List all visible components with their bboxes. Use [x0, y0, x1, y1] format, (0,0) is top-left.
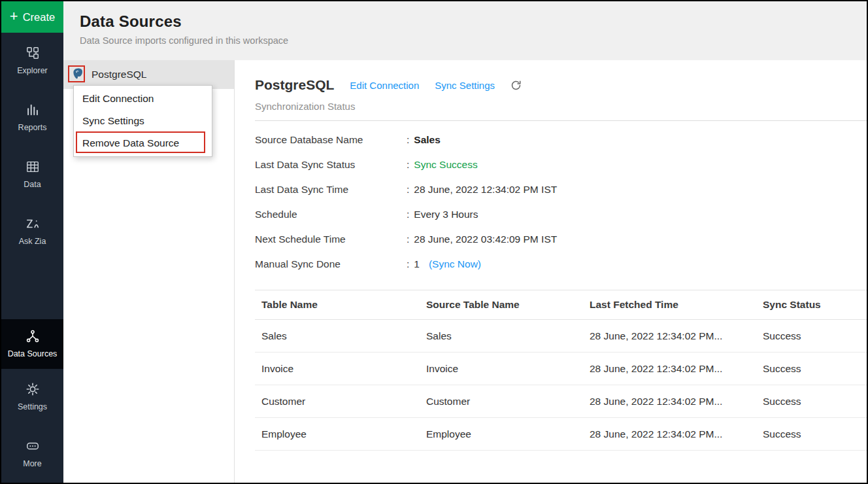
source-detail-header: PostgreSQL Edit Connection Sync Settings [255, 77, 867, 94]
more-icon [25, 439, 41, 453]
sidebar-item-label: Data [21, 179, 43, 190]
table-row: Employee Employee 28 June, 2022 12:34:02… [255, 418, 867, 451]
sync-details: Source Database Name : Sales Last Data S… [255, 128, 867, 277]
edit-connection-link[interactable]: Edit Connection [350, 80, 419, 91]
sidebar-item-reports[interactable]: Reports [1, 90, 63, 147]
page-subtitle: Data Source imports configured in this w… [80, 35, 867, 46]
sidebar-item-label: Settings [15, 402, 50, 412]
detail-colon: : [407, 134, 409, 146]
table-header-row: Table Name Source Table Name Last Fetche… [255, 290, 867, 320]
page-header: Data Sources Data Source imports configu… [63, 1, 867, 60]
detail-row-schedule: Schedule : Every 3 Hours [255, 202, 867, 227]
sidebar-item-label: Reports [16, 122, 50, 133]
sidebar-item-explorer[interactable]: Explorer [1, 33, 63, 90]
cell-source-table-name: Employee [420, 418, 583, 451]
column-header-table-name: Table Name [255, 290, 420, 320]
ask-zia-icon [24, 216, 41, 231]
detail-row-manual-sync-done: Manual Sync Done : 1 (Sync Now) [255, 252, 867, 277]
cell-sync-status: Success [756, 353, 867, 385]
detail-row-last-sync-time: Last Data Sync Time : 28 June, 2022 12:3… [255, 177, 867, 202]
detail-value: Sales [414, 134, 441, 146]
cell-last-fetched-time: 28 June, 2022 12:34:02 PM... [583, 353, 756, 385]
detail-value: Every 3 Hours [414, 209, 478, 220]
menu-item-sync-settings[interactable]: Sync Settings [74, 110, 212, 132]
detail-label: Next Schedule Time [255, 233, 407, 245]
detail-label: Manual Sync Done [255, 258, 407, 270]
detail-value: 28 June, 2022 12:34:02 PM IST [414, 184, 557, 196]
detail-label: Source Database Name [255, 134, 407, 146]
table-row: Invoice Invoice 28 June, 2022 12:34:02 P… [255, 353, 867, 385]
app-window: + Create Explorer Reports [0, 0, 868, 484]
gear-icon [25, 382, 40, 396]
sidebar-item-label: Explorer [14, 65, 50, 76]
cell-source-table-name: Sales [420, 320, 583, 353]
refresh-icon[interactable] [510, 80, 522, 91]
cell-table-name: Sales [255, 320, 420, 353]
detail-colon: : [407, 233, 409, 245]
detail-value: 1 [414, 258, 420, 270]
page-title: Data Sources [80, 12, 867, 31]
cell-last-fetched-time: 28 June, 2022 12:34:02 PM... [583, 418, 756, 451]
sidebar-spacer [1, 260, 63, 319]
sync-now-link[interactable]: (Sync Now) [429, 258, 481, 270]
cell-last-fetched-time: 28 June, 2022 12:34:02 PM... [583, 320, 756, 353]
postgresql-icon [72, 67, 84, 82]
data-table-icon [25, 160, 40, 174]
source-detail-panel: PostgreSQL Edit Connection Sync Settings… [235, 60, 867, 483]
sidebar-item-ask-zia[interactable]: Ask Zia [1, 203, 63, 260]
cell-sync-status: Success [756, 385, 867, 418]
menu-item-remove-data-source[interactable]: Remove Data Source [74, 132, 212, 154]
plus-icon: + [10, 9, 18, 24]
detail-row-next-schedule-time: Next Schedule Time : 28 June, 2022 03:42… [255, 227, 867, 252]
source-list-item-label: PostgreSQL [92, 69, 146, 80]
sidebar-item-data-sources[interactable]: Data Sources [1, 319, 63, 369]
column-header-last-fetched-time: Last Fetched Time [583, 290, 756, 320]
cell-table-name: Invoice [255, 353, 420, 385]
tables-sync-table: Table Name Source Table Name Last Fetche… [255, 290, 867, 451]
reports-icon [25, 103, 40, 117]
sidebar-item-data[interactable]: Data [1, 147, 63, 203]
detail-label: Last Data Sync Status [255, 159, 407, 171]
create-button[interactable]: + Create [1, 1, 63, 33]
cell-table-name: Customer [255, 385, 420, 418]
sync-settings-link[interactable]: Sync Settings [435, 80, 495, 91]
detail-value: 28 June, 2022 03:42:09 PM IST [414, 233, 557, 245]
detail-colon: : [407, 258, 409, 270]
table-row: Customer Customer 28 June, 2022 12:34:02… [255, 385, 867, 418]
sidebar-item-settings[interactable]: Settings [1, 369, 63, 426]
detail-colon: : [407, 159, 409, 171]
detail-label: Schedule [255, 209, 407, 220]
sync-status-value: Sync Success [414, 159, 477, 171]
detail-colon: : [407, 184, 409, 196]
cell-table-name: Employee [255, 418, 420, 451]
data-source-list-panel: PostgreSQL Edit Connection Sync Settings… [63, 60, 235, 483]
detail-label: Last Data Sync Time [255, 184, 407, 196]
sidebar-item-label: Ask Zia [16, 236, 49, 247]
divider [255, 120, 867, 121]
data-sources-icon [25, 329, 40, 343]
sidebar-item-label: Data Sources [5, 349, 60, 359]
table-row: Sales Sales 28 June, 2022 12:34:02 PM...… [255, 320, 867, 353]
column-header-sync-status: Sync Status [756, 290, 867, 320]
detail-colon: : [407, 209, 409, 220]
explorer-icon [25, 46, 40, 60]
cell-source-table-name: Invoice [420, 353, 583, 385]
menu-item-edit-connection[interactable]: Edit Connection [74, 88, 212, 110]
sidebar-item-more[interactable]: More [1, 426, 63, 483]
context-menu: Edit Connection Sync Settings Remove Dat… [73, 85, 212, 157]
column-header-source-table-name: Source Table Name [420, 290, 583, 320]
cell-sync-status: Success [756, 418, 867, 451]
create-button-label: Create [23, 11, 56, 24]
cell-sync-status: Success [756, 320, 867, 353]
source-title: PostgreSQL [255, 77, 334, 93]
detail-row-source-database-name: Source Database Name : Sales [255, 128, 867, 152]
cell-source-table-name: Customer [420, 385, 583, 418]
sidebar: + Create Explorer Reports [1, 1, 63, 483]
section-label: Synchronization Status [255, 101, 867, 112]
cell-last-fetched-time: 28 June, 2022 12:34:02 PM... [583, 385, 756, 418]
detail-row-last-sync-status: Last Data Sync Status : Sync Success [255, 152, 867, 177]
sidebar-item-label: More [20, 458, 44, 469]
